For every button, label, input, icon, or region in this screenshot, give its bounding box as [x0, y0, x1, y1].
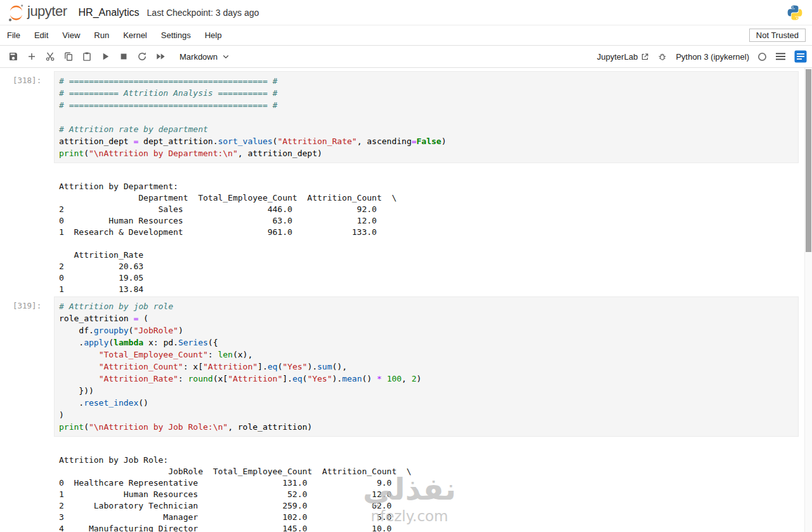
- scrollbar-thumb[interactable]: [806, 69, 811, 252]
- cell-output: Attrition by Job Role: JobRole Total_Emp…: [54, 443, 799, 532]
- cell-output: Attrition by Department: Department Tota…: [54, 170, 799, 295]
- code-cell-318: [318]: # ===============================…: [0, 71, 812, 295]
- code-editor[interactable]: # ======================================…: [54, 71, 799, 163]
- interrupt-kernel-button[interactable]: [114, 48, 133, 65]
- code-content: # ======================================…: [59, 75, 794, 159]
- menu-item-settings[interactable]: Settings: [154, 25, 198, 45]
- menu-item-file[interactable]: File: [0, 25, 27, 45]
- jupyter-wordmark: jupyter: [27, 3, 67, 20]
- menu-item-run[interactable]: Run: [87, 25, 116, 45]
- menu-item-view[interactable]: View: [55, 25, 87, 45]
- notebook-area: [318]: # ===============================…: [0, 68, 812, 532]
- run-cell-button[interactable]: [96, 48, 114, 65]
- jupyter-logo[interactable]: jupyter: [8, 4, 67, 22]
- kernel-name[interactable]: Python 3 (ipykernel): [676, 52, 749, 62]
- insert-cell-button[interactable]: [22, 48, 41, 65]
- notebook-title[interactable]: HR_Analytics: [79, 7, 140, 18]
- debugger-bug-icon[interactable]: [657, 51, 667, 62]
- stop-icon: [119, 51, 129, 62]
- paste-cells-button[interactable]: [77, 48, 96, 65]
- code-cell-319: [319]: # Attrition by job rolerole_attri…: [0, 296, 812, 532]
- copy-cells-button[interactable]: [59, 48, 77, 65]
- toolbar-right: JupyterLab Python 3 (ipykernel): [597, 50, 807, 63]
- scissors-icon: [45, 51, 55, 62]
- menu-item-kernel[interactable]: Kernel: [116, 25, 154, 45]
- jupyterlab-link[interactable]: JupyterLab: [597, 52, 649, 62]
- menu-bar: File Edit View Run Kernel Settings Help …: [0, 25, 812, 46]
- menu-item-edit[interactable]: Edit: [27, 25, 55, 45]
- checkpoint-status: Last Checkpoint: 3 days ago: [147, 8, 259, 18]
- panel-toggle-icon[interactable]: [794, 50, 807, 63]
- plus-icon: [27, 51, 37, 62]
- cell-type-dropdown[interactable]: Markdown: [180, 52, 230, 62]
- jupyter-notebook-app: jupyter HR_Analytics Last Checkpoint: 3 …: [0, 0, 812, 532]
- restart-run-all-button[interactable]: [151, 48, 169, 65]
- save-icon: [8, 51, 18, 62]
- toolbar: Markdown JupyterLab Python 3 (ipykernel): [0, 46, 812, 68]
- run-icon: [100, 51, 110, 62]
- code-content: # Attrition by job rolerole_attrition = …: [59, 300, 794, 433]
- paste-icon: [82, 51, 92, 62]
- python-logo-icon: [787, 4, 803, 21]
- trust-status-button[interactable]: Not Trusted: [749, 29, 806, 42]
- execution-prompt: [318]:: [0, 71, 54, 85]
- restart-kernel-button[interactable]: [133, 48, 151, 65]
- cell-type-value: Markdown: [180, 52, 218, 62]
- vertical-scrollbar[interactable]: [804, 68, 812, 532]
- restart-icon: [137, 51, 147, 62]
- menu-item-help[interactable]: Help: [198, 25, 229, 45]
- cut-cells-button[interactable]: [41, 48, 59, 65]
- code-editor[interactable]: # Attrition by job rolerole_attrition = …: [54, 296, 799, 437]
- execution-prompt: [319]:: [0, 296, 54, 310]
- chevron-down-icon: [222, 53, 230, 60]
- copy-icon: [63, 51, 74, 62]
- jupyterlab-link-label: JupyterLab: [597, 52, 638, 62]
- fast-forward-icon: [155, 51, 166, 62]
- kernel-status-icon: [757, 52, 767, 62]
- hamburger-menu-icon[interactable]: [775, 52, 786, 61]
- header: jupyter HR_Analytics Last Checkpoint: 3 …: [0, 0, 812, 25]
- save-button[interactable]: [4, 48, 22, 65]
- external-link-icon: [641, 53, 649, 61]
- jupyter-logo-icon: [8, 4, 25, 22]
